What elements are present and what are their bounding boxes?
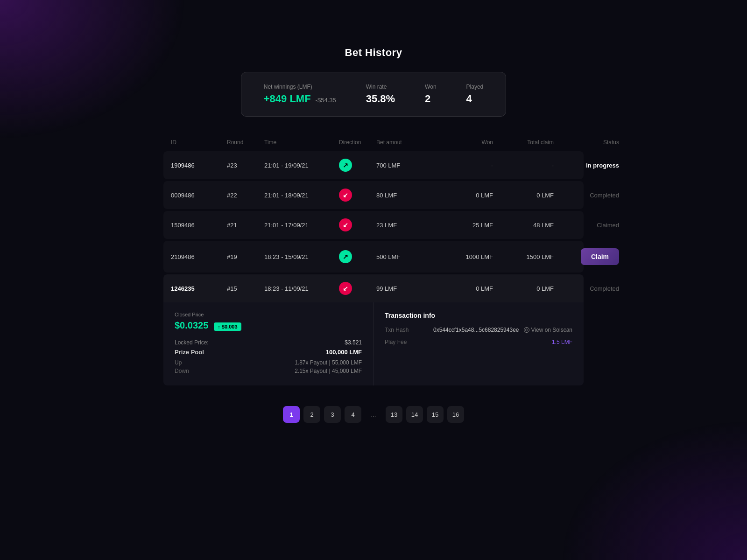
page-btn-2[interactable]: 2 — [303, 406, 320, 423]
row-total-claim: 48 LMF — [493, 222, 554, 229]
row-won: 0 LMF — [432, 285, 493, 292]
header-bet-amount: Bet amout — [376, 139, 432, 146]
status-badge: Completed — [554, 285, 619, 292]
prize-pool-value: 100,000 LMF — [326, 349, 362, 356]
row-bet-amount: 80 LMF — [376, 192, 432, 199]
table-row[interactable]: 0009486 #22 21:01 - 18/09/21 ↙ 80 LMF 0 … — [163, 181, 584, 209]
direction-up-icon: ↗ — [339, 159, 352, 172]
row-direction: ↙ — [339, 282, 376, 295]
status-badge: Claimed — [554, 222, 619, 229]
header-id: ID — [171, 139, 227, 146]
expanded-left: Closed Price $0.0325 ↑ $0.003 Locked Pri… — [163, 302, 374, 385]
row-total-claim: - — [493, 162, 554, 169]
row-direction: ↗ — [339, 159, 376, 172]
direction-down-icon: ↙ — [339, 189, 352, 202]
net-winnings-usd: -$54.35 — [316, 97, 336, 104]
view-solscan-label: View on Solscan — [531, 327, 573, 333]
row-won: 25 LMF — [432, 222, 493, 229]
header-status: Status — [554, 139, 619, 146]
win-rate-value: 35.8% — [366, 93, 395, 105]
row-bet-amount: 700 LMF — [376, 162, 432, 169]
locked-price-value: $3.521 — [345, 339, 362, 346]
pagination-ellipsis: ... — [365, 411, 382, 418]
row-id: 2109486 — [171, 253, 227, 260]
down-label: Down — [175, 368, 189, 374]
bet-history-table: ID Round Time Direction Bet amout Won To… — [163, 135, 584, 387]
table-row[interactable]: 2109486 #19 18:23 - 15/09/21 ↗ 500 LMF 1… — [163, 241, 584, 273]
row-round: #21 — [227, 222, 264, 229]
row-id: 0009486 — [171, 192, 227, 199]
row-time: 18:23 - 11/09/21 — [264, 285, 339, 292]
table-row-expanded[interactable]: 1246235 #15 18:23 - 11/09/21 ↙ 99 LMF 0 … — [163, 274, 584, 302]
header-won: Won — [432, 139, 493, 146]
locked-price-label: Locked Price: — [175, 339, 209, 346]
row-round: #15 — [227, 285, 264, 292]
closed-price-value: $0.0325 — [175, 320, 208, 331]
row-direction: ↗ — [339, 250, 376, 263]
row-total-claim: 0 LMF — [493, 285, 554, 292]
net-winnings-value: +849 LMF — [264, 93, 311, 105]
row-time: 18:23 - 15/09/21 — [264, 253, 339, 260]
played-stat: Played 4 — [466, 84, 484, 105]
claim-cell: Claim — [554, 248, 619, 265]
view-solscan-link[interactable]: ⊙ View on Solscan — [524, 327, 573, 333]
external-link-icon: ⊙ — [524, 327, 529, 333]
txn-hash-value: 0x544ccf1x5a48...5c682825943ee — [433, 327, 519, 333]
claim-button[interactable]: Claim — [581, 248, 619, 265]
txn-hash-label: Txn Hash — [385, 327, 409, 333]
net-winnings-label: Net winnings (LMF) — [264, 84, 312, 90]
row-time: 21:01 - 19/09/21 — [264, 162, 339, 169]
txn-hash-row: Txn Hash 0x544ccf1x5a48...5c682825943ee … — [385, 327, 572, 333]
page-btn-1[interactable]: 1 — [283, 406, 300, 423]
page-wrapper: Bet History Net winnings (LMF) +849 LMF … — [0, 0, 747, 423]
header-direction: Direction — [339, 139, 376, 146]
row-bet-amount: 99 LMF — [376, 285, 432, 292]
play-fee-row: Play Fee 1.5 LMF — [385, 339, 572, 345]
closed-price-label: Closed Price — [175, 312, 362, 317]
row-id: 1909486 — [171, 162, 227, 169]
table-row[interactable]: 1509486 #21 21:01 - 17/09/21 ↙ 23 LMF 25… — [163, 211, 584, 239]
row-total-claim: 1500 LMF — [493, 253, 554, 260]
direction-down-icon: ↙ — [339, 218, 352, 231]
net-winnings-stat: Net winnings (LMF) +849 LMF -$54.35 — [264, 84, 336, 105]
played-value: 4 — [466, 93, 472, 105]
row-round: #23 — [227, 162, 264, 169]
won-value: 2 — [425, 93, 430, 105]
row-round: #22 — [227, 192, 264, 199]
row-bet-amount: 23 LMF — [376, 222, 432, 229]
table-row[interactable]: 1909486 #23 21:01 - 19/09/21 ↗ 700 LMF -… — [163, 151, 584, 179]
table-header: ID Round Time Direction Bet amout Won To… — [163, 135, 584, 149]
row-id: 1246235 — [171, 285, 227, 292]
page-btn-3[interactable]: 3 — [324, 406, 341, 423]
txn-title: Transaction info — [385, 312, 572, 319]
row-direction: ↙ — [339, 218, 376, 231]
row-won: - — [432, 162, 493, 169]
expanded-right: Transaction info Txn Hash 0x544ccf1x5a48… — [374, 302, 584, 385]
play-fee-label: Play Fee — [385, 339, 407, 345]
down-payout: 2.15x Payout | 45,000 LMF — [295, 368, 362, 374]
page-btn-4[interactable]: 4 — [345, 406, 361, 423]
header-round: Round — [227, 139, 264, 146]
header-time: Time — [264, 139, 339, 146]
prize-pool-label: Prize Pool — [175, 349, 204, 356]
row-bet-amount: 500 LMF — [376, 253, 432, 260]
page-btn-13[interactable]: 13 — [386, 406, 402, 423]
up-payout: 1.87x Payout | 55,000 LMF — [295, 359, 362, 366]
won-stat: Won 2 — [425, 84, 436, 105]
header-total-claim: Total claim — [493, 139, 554, 146]
row-id: 1509486 — [171, 222, 227, 229]
win-rate-label: Win rate — [366, 84, 387, 90]
row-direction: ↙ — [339, 189, 376, 202]
page-btn-15[interactable]: 15 — [427, 406, 444, 423]
page-btn-14[interactable]: 14 — [406, 406, 423, 423]
row-time: 21:01 - 18/09/21 — [264, 192, 339, 199]
stats-card: Net winnings (LMF) +849 LMF -$54.35 Win … — [241, 72, 507, 117]
page-btn-16[interactable]: 16 — [447, 406, 464, 423]
pagination: 1 2 3 4 ... 13 14 15 16 — [283, 406, 464, 423]
up-label: Up — [175, 359, 182, 366]
direction-down-icon: ↙ — [339, 282, 352, 295]
status-badge: Completed — [554, 192, 619, 199]
won-label: Won — [425, 84, 436, 90]
played-label: Played — [466, 84, 484, 90]
expanded-detail-panel: Closed Price $0.0325 ↑ $0.003 Locked Pri… — [163, 302, 584, 385]
